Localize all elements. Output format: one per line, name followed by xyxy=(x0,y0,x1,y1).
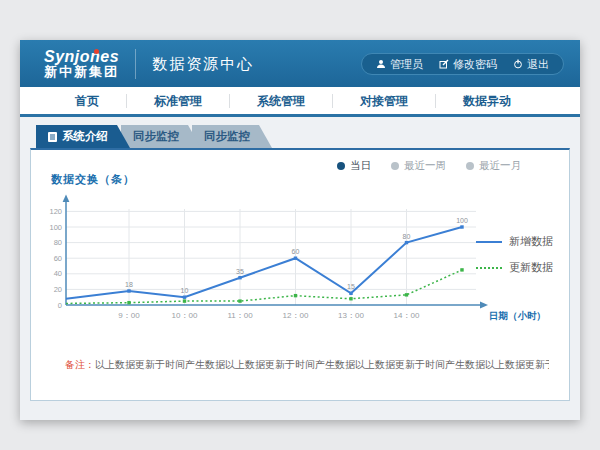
svg-text:80: 80 xyxy=(403,233,411,240)
chart-panel: 当日 最近一周 最近一月 数据交换（条） 0204060801001209：00… xyxy=(30,148,570,401)
user-menu-admin-label: 管理员 xyxy=(390,57,423,72)
tab-system-intro[interactable]: 系统介绍 xyxy=(36,125,130,148)
svg-text:20: 20 xyxy=(54,285,62,294)
chart-y-axis-title: 数据交换（条） xyxy=(51,172,135,187)
svg-text:120: 120 xyxy=(49,207,62,216)
solid-line-swatch-icon xyxy=(476,241,502,243)
radio-dot-icon xyxy=(466,162,474,170)
svg-text:100: 100 xyxy=(456,217,468,224)
tab-sync-monitor-1-label: 同步监控 xyxy=(133,125,179,148)
radio-today[interactable]: 当日 xyxy=(337,159,371,173)
tab-sync-monitor-1[interactable]: 同步监控 xyxy=(121,125,201,148)
brand-logo: Synjones 新中新集团 xyxy=(44,48,119,80)
svg-text:9：00: 9：00 xyxy=(118,311,140,320)
document-icon xyxy=(48,132,57,142)
legend-item-update-data[interactable]: 更新数据 xyxy=(476,260,553,275)
time-filter: 当日 最近一周 最近一月 xyxy=(337,159,521,173)
footnote-prefix: 备注： xyxy=(65,359,95,370)
nav-item-home[interactable]: 首页 xyxy=(48,94,127,108)
svg-text:0: 0 xyxy=(58,301,62,310)
app-header: Synjones 新中新集团 数据资源中心 管理员 修改密码 退出 xyxy=(20,40,580,87)
edit-icon xyxy=(439,59,449,69)
tab-bar: 系统介绍 同步监控 同步监控 xyxy=(36,125,570,148)
svg-text:日期（小时）: 日期（小时） xyxy=(489,310,546,322)
radio-last-week[interactable]: 最近一周 xyxy=(391,159,446,173)
svg-text:35: 35 xyxy=(236,268,244,275)
user-menu-logout-label: 退出 xyxy=(527,57,549,72)
content-area: 系统介绍 同步监控 同步监控 当日 最近一周 xyxy=(20,117,580,420)
svg-text:80: 80 xyxy=(54,238,62,247)
brand-text: Synjones xyxy=(44,48,119,65)
svg-text:60: 60 xyxy=(54,254,62,263)
user-menu: 管理员 修改密码 退出 xyxy=(361,53,564,75)
nav-item-data-change[interactable]: 数据异动 xyxy=(436,94,538,108)
brand-name-en: Synjones xyxy=(44,48,119,66)
tab-system-intro-label: 系统介绍 xyxy=(62,125,108,148)
footnote-text: 以上数据更新于时间产生数据以上数据更新于时间产生数据以上数据更新于时间产生数据以… xyxy=(95,359,549,370)
app-window: Synjones 新中新集团 数据资源中心 管理员 修改密码 退出 首页 标准管… xyxy=(20,40,580,420)
legend-update-data-label: 更新数据 xyxy=(509,260,553,275)
svg-text:10：00: 10：00 xyxy=(172,311,198,320)
tab-sync-monitor-2-label: 同步监控 xyxy=(204,125,250,148)
chart-legend: 新增数据 更新数据 xyxy=(476,234,553,275)
radio-last-month[interactable]: 最近一月 xyxy=(466,159,521,173)
svg-text:60: 60 xyxy=(292,248,300,255)
brand-name-cn: 新中新集团 xyxy=(44,65,119,79)
svg-text:12：00: 12：00 xyxy=(283,311,309,320)
svg-text:14：00: 14：00 xyxy=(394,311,420,320)
user-icon xyxy=(376,59,386,69)
tab-sync-monitor-2[interactable]: 同步监控 xyxy=(192,125,272,148)
user-menu-logout[interactable]: 退出 xyxy=(513,57,549,72)
radio-last-week-label: 最近一周 xyxy=(404,159,446,173)
logo-red-dot xyxy=(94,49,99,54)
power-icon xyxy=(513,59,523,69)
svg-text:11：00: 11：00 xyxy=(227,311,253,320)
radio-dot-icon xyxy=(391,162,399,170)
radio-last-month-label: 最近一月 xyxy=(479,159,521,173)
svg-text:40: 40 xyxy=(54,269,62,278)
dotted-line-swatch-icon xyxy=(476,267,502,269)
legend-new-data-label: 新增数据 xyxy=(509,234,553,249)
radio-dot-icon xyxy=(337,162,345,170)
user-menu-admin[interactable]: 管理员 xyxy=(376,57,423,72)
page-title: 数据资源中心 xyxy=(135,49,254,79)
svg-text:15: 15 xyxy=(347,283,355,290)
footnote: 备注：以上数据更新于时间产生数据以上数据更新于时间产生数据以上数据更新于时间产生… xyxy=(65,358,549,372)
nav-item-system-mgmt[interactable]: 系统管理 xyxy=(230,94,333,108)
svg-text:18: 18 xyxy=(125,281,133,288)
svg-text:10: 10 xyxy=(181,287,189,294)
user-menu-change-password[interactable]: 修改密码 xyxy=(439,57,497,72)
legend-item-new-data[interactable]: 新增数据 xyxy=(476,234,553,249)
nav-item-interface-mgmt[interactable]: 对接管理 xyxy=(333,94,436,108)
main-nav: 首页 标准管理 系统管理 对接管理 数据异动 xyxy=(20,87,580,117)
nav-item-standard-mgmt[interactable]: 标准管理 xyxy=(127,94,230,108)
radio-today-label: 当日 xyxy=(350,159,371,173)
svg-text:13：00: 13：00 xyxy=(338,311,364,320)
user-menu-change-password-label: 修改密码 xyxy=(453,57,497,72)
svg-text:100: 100 xyxy=(49,223,62,232)
